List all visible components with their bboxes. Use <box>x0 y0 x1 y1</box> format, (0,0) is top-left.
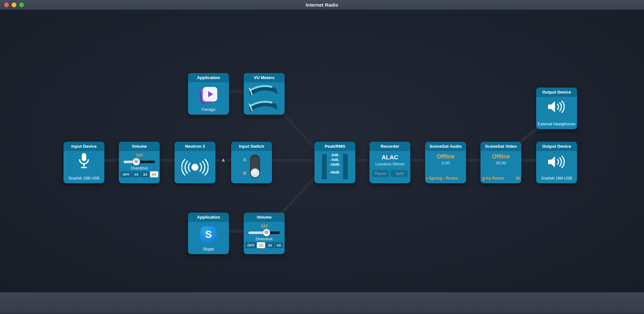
neutron-icon <box>181 158 208 176</box>
app-window: Internet Radio A Application Farrago <box>0 0 644 314</box>
skype-icon: S <box>200 226 217 243</box>
node-header: VU Meters <box>244 73 285 82</box>
node-header: SceneSat Video <box>480 142 521 151</box>
switch-option-a-label: A <box>243 157 247 162</box>
node-header: SceneSat Audio <box>425 142 466 151</box>
node-recorder[interactable]: Recorder ALAC Lossless Stereo Pause Spli… <box>369 142 410 183</box>
node-neutron-3[interactable]: Neutron 3 <box>175 142 215 183</box>
node-vu-meters[interactable]: VU Meters <box>244 73 285 115</box>
speaker-icon <box>547 155 566 169</box>
node-header: Volume <box>244 213 285 222</box>
db-scale-labels: -3dB- -9dB- -18dB- -48dB- <box>314 153 355 175</box>
recorder-format: ALAC <box>382 154 398 161</box>
wire-recorder-scenesat-audio <box>409 158 426 163</box>
volume-value: 123 <box>261 224 268 228</box>
wire-scenesat-audio-video <box>465 158 482 163</box>
input-switch-toggle[interactable] <box>250 155 260 178</box>
mode-4x-button[interactable]: 4X <box>150 171 158 177</box>
stream-ticker: r Spring - Roma <box>425 176 466 180</box>
stream-time: 00:00 <box>496 161 506 165</box>
node-application-farrago[interactable]: Application Farrago <box>188 73 229 115</box>
split-button[interactable]: Split <box>391 170 408 177</box>
mode-3x-button[interactable]: 3X <box>141 171 149 177</box>
node-header: Peak/RMS <box>314 142 355 151</box>
device-name: Scarlett 18i8 USB <box>537 176 576 181</box>
mode-2x-button[interactable]: 2X <box>257 242 265 248</box>
node-header: Output Device <box>536 142 577 151</box>
wire-volume-neutron <box>158 158 176 163</box>
mode-2x-button[interactable]: 2X <box>132 171 140 177</box>
mode-3x-button[interactable]: 3X <box>266 242 274 248</box>
overdrive-mode-group: OFF 2X 3X 4X <box>120 171 158 177</box>
wire-input-volume <box>103 158 120 163</box>
node-header: Input Device <box>64 142 104 151</box>
overdrive-label: Overdrive <box>256 237 273 241</box>
wire-peak-recorder <box>354 158 371 163</box>
mic-icon <box>77 152 91 169</box>
vu-meter-icon <box>248 100 280 114</box>
pipeline-canvas[interactable]: A Application Farrago VU Meters <box>0 10 644 292</box>
transport-bar: 0:18 Stopped Scarlett 18i8 USB + 2 other… <box>0 292 644 314</box>
zoom-window-icon[interactable] <box>19 3 24 7</box>
wire-farrago-vu <box>228 89 245 94</box>
recorder-quality: Lossless Stereo <box>375 162 405 166</box>
node-header: Output Device <box>536 88 577 97</box>
mode-off-button[interactable]: OFF <box>120 171 131 177</box>
node-header: Volume <box>119 142 160 151</box>
volume-slider-knob[interactable] <box>263 229 270 236</box>
node-application-skype[interactable]: Application S Skype <box>188 213 229 254</box>
node-input-switch[interactable]: Input Switch A B <box>231 142 272 183</box>
vu-meter-icon <box>248 84 280 98</box>
close-window-icon[interactable] <box>4 3 9 7</box>
wire-source-badge: A <box>219 157 227 164</box>
title-bar: Internet Radio <box>0 0 644 10</box>
node-volume-bottom[interactable]: Volume 123 Overdrive OFF 2X 3X 4X <box>244 213 285 254</box>
minimize-window-icon[interactable] <box>12 3 16 7</box>
node-scenesat-video[interactable]: SceneSat Video Offline 00:00 g by Roma W <box>480 142 521 183</box>
stream-ticker: g by Roma W <box>480 176 521 180</box>
mode-4x-button[interactable]: 4X <box>275 242 283 248</box>
wire-switch-peak <box>271 158 316 163</box>
mode-off-button[interactable]: OFF <box>245 242 256 248</box>
node-scenesat-audio[interactable]: SceneSat Audio Offline 0:00 r Spring - R… <box>425 142 466 183</box>
volume-slider[interactable] <box>124 158 155 165</box>
wire-skype-volume <box>228 229 245 233</box>
speaker-icon <box>547 100 566 114</box>
pause-button[interactable]: Pause <box>372 170 389 177</box>
input-switch-knob[interactable] <box>251 168 259 177</box>
node-output-scarlett[interactable]: Output Device Scarlett 18i8 USB <box>536 142 577 183</box>
volume-slider-knob[interactable] <box>133 158 140 165</box>
overdrive-mode-group: OFF 2X 3X 4X <box>245 242 283 248</box>
stream-status: Offline <box>492 153 510 160</box>
node-header: Application <box>188 73 229 82</box>
switch-option-b-label: B <box>243 170 247 176</box>
wire-scenesat-video-output <box>520 158 537 163</box>
device-name: Scarlett 18i8 USB <box>65 176 103 181</box>
node-header: Application <box>188 213 229 222</box>
node-header: Recorder <box>369 142 410 151</box>
node-header: Neutron 3 <box>175 142 215 151</box>
node-header: Input Switch <box>231 142 272 151</box>
app-name: Farrago <box>189 107 228 112</box>
volume-slider[interactable] <box>248 229 280 236</box>
node-volume-top[interactable]: Volume 133 Overdrive OFF 2X 3X 4X <box>119 142 160 183</box>
stream-status: Offline <box>437 153 455 160</box>
app-name: Skype <box>189 247 228 252</box>
overdrive-label: Overdrive <box>131 166 148 170</box>
farrago-icon <box>200 87 217 104</box>
node-peak-rms[interactable]: Peak/RMS -3dB- -9dB- -18dB- -48dB- <box>314 142 355 183</box>
volume-value: 133 <box>136 153 143 157</box>
node-input-device[interactable]: Input Device Scarlett 18i8 USB <box>64 142 104 183</box>
node-output-headphones[interactable]: Output Device External Headphones <box>536 88 577 129</box>
window-title: Internet Radio <box>306 2 338 8</box>
stream-time: 0:00 <box>441 161 449 165</box>
device-name: External Headphones <box>537 122 576 127</box>
